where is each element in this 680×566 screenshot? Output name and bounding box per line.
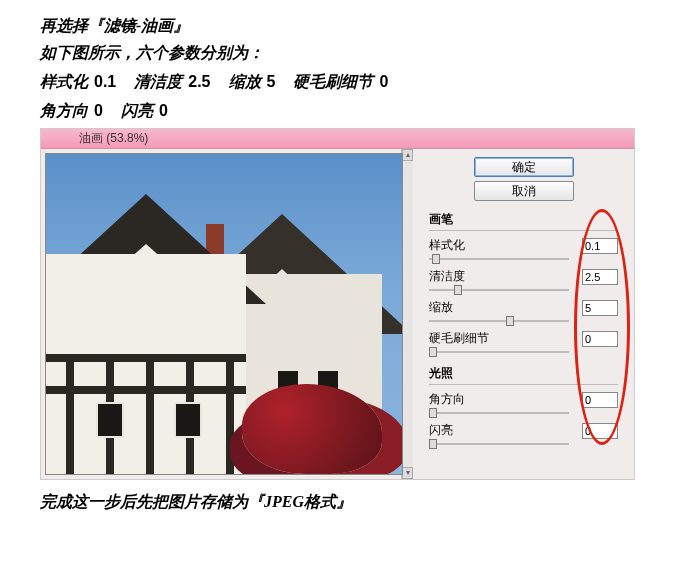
oil-paint-dialog: 油画 (53.8%) [40, 128, 635, 480]
bristle-label: 硬毛刷细节 [429, 330, 489, 347]
instruction-outro: 完成这一步后先把图片存储为『JPEG格式』 [40, 492, 640, 513]
param-angle: 角方向 [429, 391, 618, 408]
preview-canvas[interactable] [45, 153, 403, 475]
cancel-button[interactable]: 取消 [474, 181, 574, 201]
param-shine: 闪亮 [429, 422, 618, 439]
scale-label: 缩放 [429, 299, 453, 316]
ok-button[interactable]: 确定 [474, 157, 574, 177]
angle-slider[interactable] [429, 410, 569, 416]
stylization-slider[interactable] [429, 256, 569, 262]
param-summary-row-2: 角方向0 闪亮0 [40, 101, 640, 122]
cleanliness-slider[interactable] [429, 287, 569, 293]
scroll-up-icon[interactable]: ▴ [402, 149, 413, 161]
stylization-input[interactable] [582, 238, 618, 254]
controls-panel: 确定 取消 画笔 样式化 清洁度 缩放 硬毛刷细节 [413, 149, 634, 479]
shine-label: 闪亮 [429, 422, 453, 439]
angle-label: 角方向 [429, 391, 465, 408]
stylization-label: 样式化 [429, 237, 465, 254]
param-cleanliness: 清洁度 [429, 268, 618, 285]
scale-input[interactable] [582, 300, 618, 316]
group-brush-title: 画笔 [429, 211, 618, 231]
scale-slider[interactable] [429, 318, 569, 324]
bristle-slider[interactable] [429, 349, 569, 355]
instruction-line-2: 如下图所示，六个参数分别为： [40, 43, 640, 64]
param-summary-row-1: 样式化0.1 清洁度2.5 缩放5 硬毛刷细节0 [40, 72, 640, 93]
cleanliness-label: 清洁度 [429, 268, 465, 285]
shine-input[interactable] [582, 423, 618, 439]
param-scale: 缩放 [429, 299, 618, 316]
dialog-title: 油画 (53.8%) [79, 130, 148, 147]
param-stylization: 样式化 [429, 237, 618, 254]
instruction-line-1: 再选择『滤镜-油画』 [40, 16, 640, 37]
bristle-input[interactable] [582, 331, 618, 347]
shine-slider[interactable] [429, 441, 569, 447]
group-lighting-title: 光照 [429, 365, 618, 385]
scroll-down-icon[interactable]: ▾ [402, 467, 413, 479]
cleanliness-input[interactable] [582, 269, 618, 285]
param-bristle: 硬毛刷细节 [429, 330, 618, 347]
dialog-titlebar[interactable]: 油画 (53.8%) [41, 129, 634, 149]
angle-input[interactable] [582, 392, 618, 408]
